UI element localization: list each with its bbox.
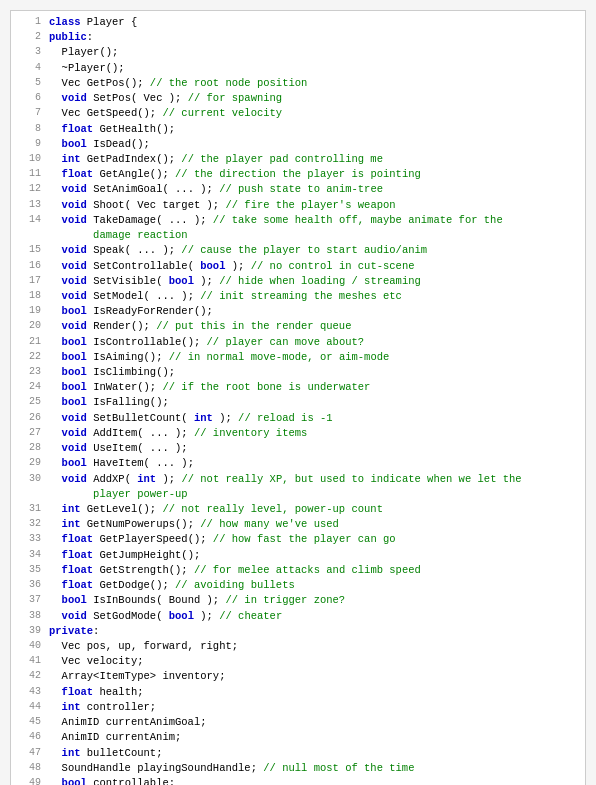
line-text: bool IsReadyForRender(); [49,304,577,319]
line-number: 9 [19,137,41,152]
code-line: 8 float GetHealth(); [19,122,577,137]
line-text: bool IsInBounds( Bound ); // in trigger … [49,593,577,608]
line-number: 46 [19,730,41,745]
line-number: 47 [19,746,41,761]
code-line: 44 int controller; [19,700,577,715]
line-number: 3 [19,45,41,60]
code-line: 35 float GetStrength(); // for melee att… [19,563,577,578]
line-text: bool IsAiming(); // in normal move-mode,… [49,350,577,365]
line-number: 35 [19,563,41,578]
line-number: 33 [19,532,41,547]
code-line: 18 void SetModel( ... ); // init streami… [19,289,577,304]
line-text: void AddItem( ... ); // inventory items [49,426,577,441]
code-line: 40 Vec pos, up, forward, right; [19,639,577,654]
code-line: 29 bool HaveItem( ... ); [19,456,577,471]
code-line: 14 void TakeDamage( ... ); // take some … [19,213,577,228]
line-text: bool InWater(); // if the root bone is u… [49,380,577,395]
line-text: bool IsControllable(); // player can mov… [49,335,577,350]
code-line: 37 bool IsInBounds( Bound ); // in trigg… [19,593,577,608]
line-number: 49 [19,776,41,785]
line-text: void SetPos( Vec ); // for spawning [49,91,577,106]
code-line: 22 bool IsAiming(); // in normal move-mo… [19,350,577,365]
line-text: float GetJumpHeight(); [49,548,577,563]
code-line: 32 int GetNumPowerups(); // how many we'… [19,517,577,532]
line-text: float GetStrength(); // for melee attack… [49,563,577,578]
code-line: 36 float GetDodge(); // avoiding bullets [19,578,577,593]
line-text: void SetControllable( bool ); // no cont… [49,259,577,274]
line-text: float health; [49,685,577,700]
line-number: 6 [19,91,41,106]
line-text: public: [49,30,577,45]
line-number: 11 [19,167,41,182]
line-number: 39 [19,624,41,639]
line-number: 36 [19,578,41,593]
line-number: 7 [19,106,41,121]
line-number: 23 [19,365,41,380]
line-number: 12 [19,182,41,197]
line-text: void SetAnimGoal( ... ); // push state t… [49,182,577,197]
line-text: Array<ItemType> inventory; [49,669,577,684]
line-text: void SetVisible( bool ); // hide when lo… [49,274,577,289]
line-text: void Shoot( Vec target ); // fire the pl… [49,198,577,213]
code-line: 17 void SetVisible( bool ); // hide when… [19,274,577,289]
line-number: 22 [19,350,41,365]
code-line: 7 Vec GetSpeed(); // current velocity [19,106,577,121]
line-number: 29 [19,456,41,471]
line-text: bool IsClimbing(); [49,365,577,380]
code-line: 20 void Render(); // put this in the ren… [19,319,577,334]
line-text: float GetHealth(); [49,122,577,137]
line-text: int GetPadIndex(); // the player pad con… [49,152,577,167]
code-line: 16 void SetControllable( bool ); // no c… [19,259,577,274]
code-line: 48 SoundHandle playingSoundHandle; // nu… [19,761,577,776]
line-number: 15 [19,243,41,258]
line-number [19,228,41,243]
line-number: 34 [19,548,41,563]
code-listing: 1class Player {2public:3 Player();4 ~Pla… [10,10,586,785]
code-line: 46 AnimID currentAnim; [19,730,577,745]
line-number: 45 [19,715,41,730]
line-text: void SetBulletCount( int ); // reload is… [49,411,577,426]
line-number: 20 [19,319,41,334]
line-text: Vec GetPos(); // the root node position [49,76,577,91]
code-line: 11 float GetAngle(); // the direction th… [19,167,577,182]
line-number: 48 [19,761,41,776]
line-text: float GetDodge(); // avoiding bullets [49,578,577,593]
code-line: 13 void Shoot( Vec target ); // fire the… [19,198,577,213]
line-number: 19 [19,304,41,319]
line-number: 17 [19,274,41,289]
line-number: 24 [19,380,41,395]
line-text: void AddXP( int ); // not really XP, but… [49,472,577,487]
code-line: 23 bool IsClimbing(); [19,365,577,380]
code-line: 30 void AddXP( int ); // not really XP, … [19,472,577,487]
line-text: bool IsDead(); [49,137,577,152]
code-line: 38 void SetGodMode( bool ); // cheater [19,609,577,624]
line-text: bool controllable; [49,776,577,785]
code-line: 4 ~Player(); [19,61,577,76]
code-line: 5 Vec GetPos(); // the root node positio… [19,76,577,91]
line-text: player power-up [49,487,577,502]
line-text: bool HaveItem( ... ); [49,456,577,471]
line-text: void Render(); // put this in the render… [49,319,577,334]
code-line: 41 Vec velocity; [19,654,577,669]
code-line: 1class Player { [19,15,577,30]
line-number: 40 [19,639,41,654]
line-number: 18 [19,289,41,304]
line-text: void TakeDamage( ... ); // take some hea… [49,213,577,228]
line-text: void Speak( ... ); // cause the player t… [49,243,577,258]
code-content: 1class Player {2public:3 Player();4 ~Pla… [11,11,585,785]
line-text: Vec pos, up, forward, right; [49,639,577,654]
line-text: int GetLevel(); // not really level, pow… [49,502,577,517]
line-number [19,487,41,502]
line-text: private: [49,624,577,639]
code-line: 43 float health; [19,685,577,700]
code-line: 25 bool IsFalling(); [19,395,577,410]
line-text: void SetModel( ... ); // init streaming … [49,289,577,304]
line-number: 43 [19,685,41,700]
line-text: AnimID currentAnimGoal; [49,715,577,730]
line-text: int bulletCount; [49,746,577,761]
line-number: 5 [19,76,41,91]
code-line: 33 float GetPlayerSpeed(); // how fast t… [19,532,577,547]
line-number: 21 [19,335,41,350]
line-number: 28 [19,441,41,456]
code-line: damage reaction [19,228,577,243]
